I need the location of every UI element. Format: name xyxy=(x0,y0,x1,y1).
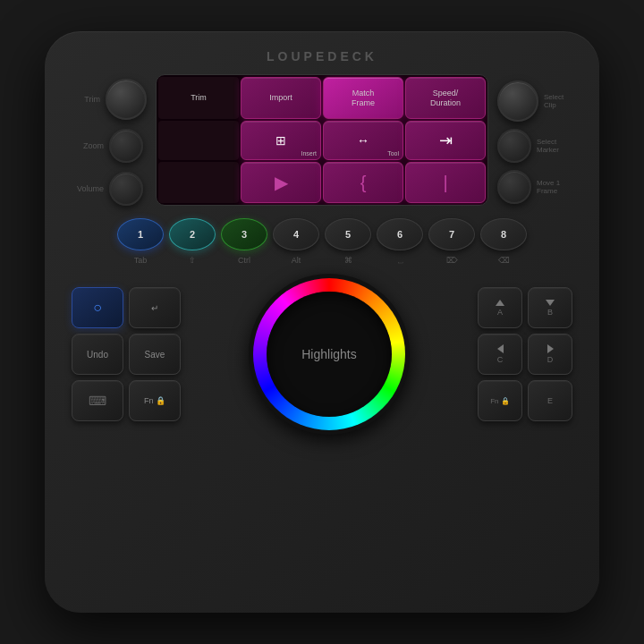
bottom-section: ○ ↵ Undo Save ⌨ Fn 🔒 xyxy=(72,274,572,435)
right-key-row-2: C D xyxy=(478,334,572,375)
lcd-btn-mark-in[interactable]: { xyxy=(323,162,403,203)
num-btn-2[interactable]: 2 xyxy=(169,218,216,250)
b-label: B xyxy=(547,308,553,317)
key-btn-right-d[interactable]: D xyxy=(528,334,572,375)
knob-volume-label: volume xyxy=(75,184,104,193)
lcd-cell-zoom-label xyxy=(158,121,239,160)
knob-volume-group: volume xyxy=(75,172,143,206)
top-section: trim zoom volume Trim Import xyxy=(72,74,572,206)
left-keys: ○ ↵ Undo Save ⌨ Fn 🔒 xyxy=(72,287,181,421)
key-btn-save[interactable]: Save xyxy=(129,334,181,375)
key-btn-fn-lock[interactable]: Fn 🔒 xyxy=(129,380,181,421)
knob-select-marker-group: SelectMarker xyxy=(497,129,572,163)
num-5-label: 5 xyxy=(345,229,351,240)
e-label: E xyxy=(547,396,553,405)
num-2-label: 2 xyxy=(190,229,195,240)
num-btn-7[interactable]: 7 xyxy=(428,218,475,250)
play-icon: ▶ xyxy=(275,174,288,191)
knob-trim-group: trim xyxy=(72,79,147,120)
key-btn-keyboard[interactable]: ⌨ xyxy=(72,380,123,421)
undo-label: Undo xyxy=(87,350,108,360)
num-3-label: 3 xyxy=(242,229,247,240)
arrow-left-icon xyxy=(497,344,504,353)
knob-zoom[interactable] xyxy=(109,129,143,163)
c-label: C xyxy=(497,355,504,364)
lcd-btn-mark-out[interactable]: | xyxy=(405,162,486,203)
wheel-inner: Highlights xyxy=(267,292,392,417)
num-btn-4[interactable]: 4 xyxy=(273,218,319,250)
lcd-grid: Trim Import MatchFrame Speed/Duration ⊞ … xyxy=(157,75,487,205)
key-labels-row: Tab ⇧ Ctrl Alt ⌘ ⎵ ⌦ ⌫ xyxy=(72,256,572,265)
right-key-row-1: A B xyxy=(478,287,572,328)
knob-select-clip-group: SelectClip xyxy=(497,80,572,122)
arrow-down-icon xyxy=(546,300,555,306)
knob-volume[interactable] xyxy=(109,172,143,206)
key-label-del: ⌦ xyxy=(428,256,475,265)
key-label-shift: ⇧ xyxy=(169,256,216,265)
key-label-alt: Alt xyxy=(273,256,319,265)
num-6-label: 6 xyxy=(397,229,402,240)
insert-icon: ⊞ xyxy=(275,134,286,147)
key-btn-e[interactable]: E xyxy=(528,380,572,421)
center-wheel[interactable]: Highlights xyxy=(193,274,465,435)
lcd-speed-duration-label: Speed/Duration xyxy=(430,89,461,108)
left-key-row-3: ⌨ Fn 🔒 xyxy=(72,380,181,421)
num-btn-8[interactable]: 8 xyxy=(480,218,527,250)
key-btn-fn-lock-right[interactable]: Fn 🔒 xyxy=(478,380,522,421)
lcd-match-frame-label: MatchFrame xyxy=(352,89,375,108)
lcd-panel: Trim Import MatchFrame Speed/Duration ⊞ … xyxy=(156,74,488,206)
lcd-btn-tool[interactable]: ↔ Tool xyxy=(323,121,403,160)
num-4-label: 4 xyxy=(293,229,299,240)
lcd-btn-arrow[interactable]: ⇥ xyxy=(405,121,486,160)
mark-out-icon: | xyxy=(443,174,447,191)
enter-label: ↵ xyxy=(151,303,158,313)
key-btn-up-a[interactable]: A xyxy=(478,287,522,328)
knob-trim-label: trim xyxy=(72,95,100,104)
key-btn-down-b[interactable]: B xyxy=(528,287,572,328)
lcd-btn-speed-duration[interactable]: Speed/Duration xyxy=(405,77,486,119)
lcd-btn-insert[interactable]: ⊞ Insert xyxy=(241,121,321,160)
num-btn-6[interactable]: 6 xyxy=(377,218,423,250)
lcd-trim-text: Trim xyxy=(191,93,207,103)
knob-move-frame-group: Move 1Frame xyxy=(497,170,572,204)
lcd-btn-match-frame[interactable]: MatchFrame xyxy=(323,77,403,119)
circle-icon: ○ xyxy=(93,300,102,316)
num-btn-1[interactable]: 1 xyxy=(117,218,164,250)
knob-select-marker[interactable] xyxy=(497,129,531,163)
right-key-row-3: Fn 🔒 E xyxy=(478,380,572,421)
brand-logo: loupedeck xyxy=(267,49,377,64)
knob-trim[interactable] xyxy=(106,79,147,120)
right-keys: A B C D Fn 🔒 xyxy=(478,287,572,421)
keyboard-icon: ⌨ xyxy=(89,394,106,408)
wheel-outer[interactable]: Highlights xyxy=(249,274,410,435)
lcd-btn-play[interactable]: ▶ xyxy=(241,162,321,203)
key-label-cmd: ⌘ xyxy=(325,256,371,265)
key-label-tab: Tab xyxy=(117,256,164,265)
d-label: D xyxy=(547,355,554,364)
wheel-label: Highlights xyxy=(301,347,356,361)
num-1-label: 1 xyxy=(138,229,143,240)
knob-select-clip[interactable] xyxy=(497,80,538,122)
key-btn-enter[interactable]: ↵ xyxy=(129,287,181,328)
key-btn-circle[interactable]: ○ xyxy=(72,287,123,328)
knob-zoom-label: zoom xyxy=(75,141,104,150)
num-7-label: 7 xyxy=(449,229,454,240)
key-btn-left-c[interactable]: C xyxy=(478,334,522,375)
lcd-cell-volume-label xyxy=(158,162,239,203)
a-label: A xyxy=(497,308,503,317)
lcd-btn-import[interactable]: Import xyxy=(241,77,321,119)
number-row: 1 2 3 4 5 6 7 8 xyxy=(72,218,572,250)
tool-sub-label: Tool xyxy=(387,150,399,157)
num-btn-3[interactable]: 3 xyxy=(221,218,267,250)
lcd-import-label: Import xyxy=(269,93,292,103)
num-8-label: 8 xyxy=(501,229,506,240)
key-label-ctrl: Ctrl xyxy=(221,256,267,265)
num-btn-5[interactable]: 5 xyxy=(325,218,371,250)
arrow-up-icon xyxy=(496,300,504,306)
arrow-right-icon xyxy=(547,344,554,353)
knob-move-frame[interactable] xyxy=(497,170,531,204)
key-btn-undo[interactable]: Undo xyxy=(72,334,123,375)
mark-in-icon: { xyxy=(360,174,367,191)
knob-select-clip-label: SelectClip xyxy=(544,93,572,109)
knob-move-frame-label: Move 1Frame xyxy=(537,179,565,195)
